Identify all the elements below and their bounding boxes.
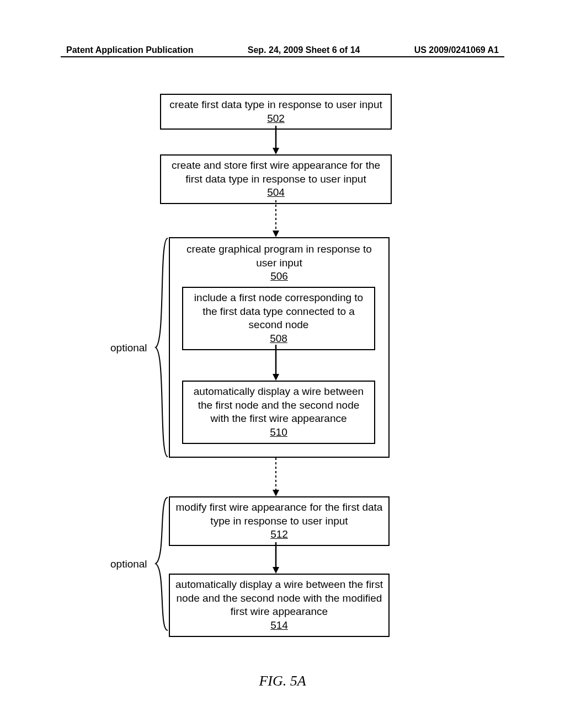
box-514-text: automatically display a wire between the…: [175, 578, 383, 619]
box-502-text: create first data type in response to us…: [167, 98, 385, 112]
arrow-506-512: [275, 458, 277, 496]
header-right: US 2009/0241069 A1: [414, 45, 499, 55]
arrow-502-504: [275, 126, 277, 154]
page-header: Patent Application Publication Sep. 24, …: [0, 45, 565, 57]
box-512-ref: 512: [175, 528, 383, 542]
arrow-512-514: [275, 542, 277, 574]
svg-marker-9: [273, 567, 279, 574]
arrow-504-506: [275, 200, 277, 237]
label-optional-1: optional: [110, 342, 147, 354]
figure-caption: FIG. 5A: [0, 673, 565, 689]
svg-marker-3: [273, 231, 279, 237]
page: Patent Application Publication Sep. 24, …: [0, 0, 565, 728]
box-510-ref: 510: [189, 426, 369, 440]
brace-optional-2: [154, 496, 169, 631]
header-line: Patent Application Publication Sep. 24, …: [0, 45, 565, 56]
box-508: include a first node corresponding to th…: [182, 287, 375, 350]
box-506-text: create graphical program in response to …: [175, 243, 383, 270]
box-514-ref: 514: [175, 619, 383, 633]
box-510-text: automatically display a wire between the…: [189, 385, 369, 426]
box-504-ref: 504: [167, 186, 385, 200]
header-rule: [61, 56, 504, 57]
brace-optional-1: [154, 237, 169, 458]
header-left: Patent Application Publication: [66, 45, 194, 55]
box-508-ref: 508: [189, 332, 369, 346]
box-510: automatically display a wire between the…: [182, 381, 375, 444]
label-optional-2: optional: [110, 558, 147, 570]
flowchart: create first data type in response to us…: [0, 94, 565, 678]
box-502-ref: 502: [167, 112, 385, 126]
box-504-text: create and store first wire appearance f…: [167, 159, 385, 186]
box-512: modify first wire appearance for the fir…: [169, 496, 390, 546]
box-514: automatically display a wire between the…: [169, 574, 390, 637]
box-504: create and store first wire appearance f…: [160, 154, 392, 204]
box-508-text: include a first node corresponding to th…: [189, 291, 369, 332]
arrow-508-510: [275, 345, 277, 381]
svg-marker-7: [273, 490, 279, 496]
svg-marker-1: [273, 148, 279, 154]
box-502: create first data type in response to us…: [160, 94, 392, 130]
header-mid: Sep. 24, 2009 Sheet 6 of 14: [248, 45, 360, 55]
box-506-ref: 506: [175, 270, 383, 283]
box-512-text: modify first wire appearance for the fir…: [175, 501, 383, 528]
